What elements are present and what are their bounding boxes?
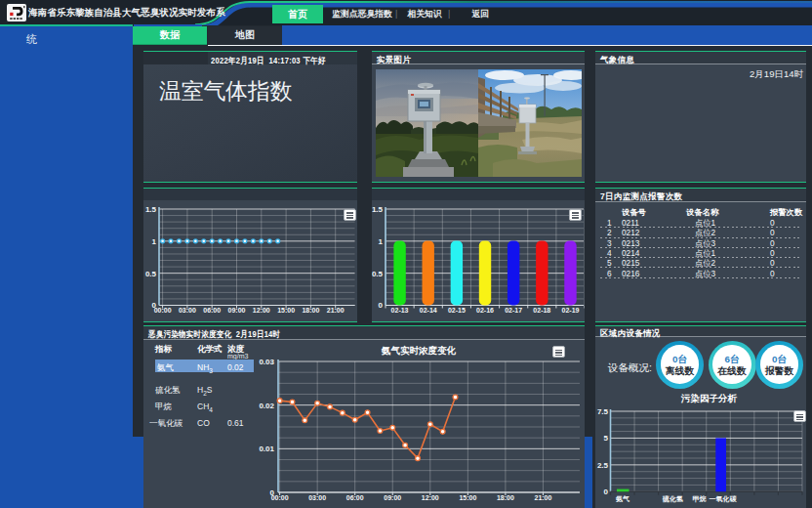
svg-text:1: 1 [379,237,384,246]
svg-text:0.5: 0.5 [145,270,157,278]
svg-text:03:00: 03:00 [308,494,326,501]
svg-text:18:00: 18:00 [302,307,319,314]
svg-text:12:00: 12:00 [253,307,270,314]
svg-text:0.5: 0.5 [372,270,384,278]
svg-text:0.03: 0.03 [259,358,274,366]
svg-text:0.02: 0.02 [259,402,274,410]
svg-text:0: 0 [379,301,384,310]
svg-text:02-16: 02-16 [476,307,494,314]
svg-text:09:00: 09:00 [228,307,246,314]
svg-text:0.01: 0.01 [259,444,274,453]
svg-text:1: 1 [152,237,157,246]
svg-text:甲烷: 甲烷 [693,494,707,503]
svg-text:1.5: 1.5 [372,205,384,214]
svg-text:06:00: 06:00 [346,494,364,501]
svg-text:21:00: 21:00 [327,307,345,314]
svg-text:03:00: 03:00 [179,307,196,314]
svg-text:12:00: 12:00 [422,494,439,501]
svg-text:一氧化碳: 一氧化碳 [710,495,738,503]
svg-text:02-18: 02-18 [533,307,550,314]
svg-text:02-17: 02-17 [505,307,522,314]
svg-text:5: 5 [604,434,609,443]
svg-text:1.5: 1.5 [145,205,157,214]
svg-text:15:00: 15:00 [459,494,476,501]
svg-text:09:00: 09:00 [384,494,401,501]
svg-text:02-19: 02-19 [562,307,580,314]
svg-text:02-13: 02-13 [391,307,409,314]
svg-text:硫化氢: 硫化氢 [662,494,683,503]
svg-text:00:00: 00:00 [154,307,172,314]
svg-text:02-14: 02-14 [420,307,437,314]
svg-text:15:00: 15:00 [277,307,295,314]
svg-text:00:00: 00:00 [271,494,289,501]
svg-text:7.5: 7.5 [597,407,609,416]
svg-text:21:00: 21:00 [534,494,551,501]
svg-text:18:00: 18:00 [497,494,514,501]
svg-text:06:00: 06:00 [203,307,221,314]
svg-text:0: 0 [604,487,609,496]
svg-text:2.5: 2.5 [597,461,609,470]
svg-text:02-15: 02-15 [448,307,466,314]
svg-text:氨气: 氨气 [615,495,629,503]
